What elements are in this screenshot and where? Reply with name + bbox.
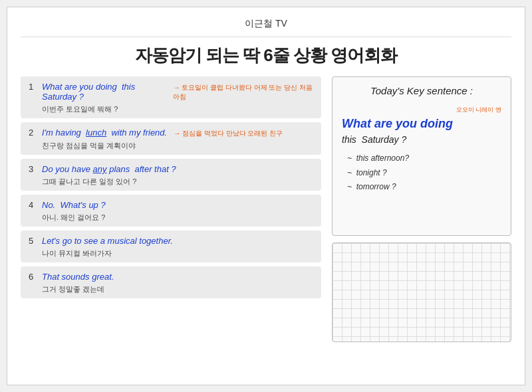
ks-variations: ~ this afternoon? ~ tonight ? ~ tomorrow…: [347, 151, 501, 195]
sentence-line-6: 6 That sounds great.: [29, 272, 313, 282]
ks-continuation: this Saturday ?: [342, 134, 406, 145]
left-column: 1 What are you doing this Saturday ? → 토…: [21, 76, 321, 342]
sentence-num-1: 1: [29, 82, 38, 92]
sentence-english-3: Do you have any plans after that ?: [42, 164, 176, 174]
key-sentence-box: Today's Key sentence : 오오이 니래이 엔 What ar…: [332, 76, 511, 236]
sentence-line-4: 4 No. What's up ?: [29, 200, 313, 210]
sentence-english-5: Let's go to see a musical together.: [42, 236, 173, 246]
sentence-block-5: 5 Let's go to see a musical together. 나이…: [21, 231, 321, 262]
grid-box: [332, 243, 511, 342]
sentence-num-3: 3: [29, 164, 38, 174]
sentence-english-2: I'm having lunch with my friend.: [42, 128, 167, 138]
sentence-num-6: 6: [29, 272, 38, 282]
sentence-korean-6: 그거 정말좋 겠는데: [42, 284, 313, 294]
main-title: 자동암기 되는 딱 6줄 상황 영어회화: [21, 44, 511, 67]
sentence-block-3: 3 Do you have any plans after that ? 그때 …: [21, 159, 321, 191]
sentence-block-6: 6 That sounds great. 그거 정말좋 겠는데: [21, 266, 321, 298]
sentence-english-1: What are you doing this Saturday ?: [42, 82, 166, 102]
sentence-korean-5: 나이 뮤지컬 봐러가자: [42, 248, 313, 258]
sentence-english-6: That sounds great.: [42, 272, 114, 282]
sentence-note-1: → 토요일이 클럽 다녀왔다 어제 또는 당신 처음 아침: [173, 83, 313, 102]
sentence-num-2: 2: [29, 128, 38, 138]
ks-word-doing: doing: [420, 117, 453, 131]
content-area: 1 What are you doing this Saturday ? → 토…: [21, 76, 511, 342]
ks-var-1: ~ this afternoon?: [347, 151, 501, 166]
ks-word-are: are: [374, 117, 392, 131]
sentence-korean-4: 아니. 왜인 걸어요 ?: [42, 213, 313, 223]
sentence-english-4: No. What's up ?: [42, 200, 106, 210]
sentence-line-1: 1 What are you doing this Saturday ? → 토…: [29, 82, 313, 102]
sentence-korean-1: 이번주 토요일에 뭐해 ?: [42, 104, 313, 114]
channel-title: 이근철 TV: [21, 14, 511, 37]
sentence-block-2: 2 I'm having lunch with my friend. → 점심을…: [21, 122, 321, 155]
key-sentence-title: Today's Key sentence :: [342, 85, 501, 96]
sentence-line-5: 5 Let's go to see a musical together.: [29, 236, 313, 246]
ks-word-you: you: [396, 117, 417, 131]
sentence-line-2: 2 I'm having lunch with my friend. → 점심을…: [29, 128, 313, 138]
key-sentence-main: What are you doing this Saturday ?: [342, 117, 501, 145]
sentence-block-4: 4 No. What's up ? 아니. 왜인 걸어요 ?: [21, 195, 321, 227]
key-sentence-sub: 오오이 니래이 엔: [342, 106, 501, 114]
sentence-korean-3: 그때 끝나고 다른 일정 있어 ?: [42, 177, 313, 187]
right-column: Today's Key sentence : 오오이 니래이 엔 What ar…: [332, 76, 511, 342]
ks-word-what: What: [342, 117, 371, 131]
ks-var-2: ~ tonight ?: [347, 166, 501, 181]
sentence-note-2: → 점심을 먹었다 만났다 오래된 친구: [174, 129, 283, 138]
sentence-block-1: 1 What are you doing this Saturday ? → 토…: [21, 76, 321, 118]
sentence-line-3: 3 Do you have any plans after that ?: [29, 164, 313, 174]
page-container: 이근철 TV 자동암기 되는 딱 6줄 상황 영어회화 1 What are y…: [7, 7, 525, 385]
ks-var-3: ~ tomorrow ?: [347, 180, 501, 195]
sentence-num-5: 5: [29, 236, 38, 246]
sentence-num-4: 4: [29, 200, 38, 210]
sentence-korean-2: 친구랑 점심을 먹을 계획이야: [42, 141, 313, 151]
